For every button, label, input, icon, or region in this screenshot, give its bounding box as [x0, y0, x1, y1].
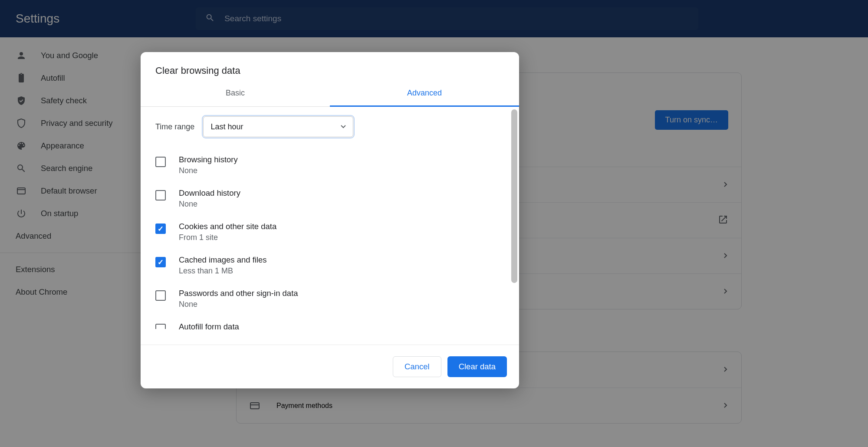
- time-range-select[interactable]: Last hour: [203, 116, 353, 137]
- checkbox-sublabel: None: [179, 200, 240, 209]
- checkbox-sublabel: Less than 1 MB: [179, 266, 267, 276]
- checkbox-row-browsing-history[interactable]: Browsing history None: [155, 148, 504, 182]
- tab-advanced[interactable]: Advanced: [330, 81, 519, 107]
- dialog-body: Time range Last hour Browsing history No…: [141, 107, 519, 345]
- dialog-title: Clear browsing data: [141, 52, 519, 81]
- checkbox-label: Passwords and other sign-in data: [179, 289, 298, 298]
- checkbox-row-cached-images[interactable]: Cached images and files Less than 1 MB: [155, 249, 504, 282]
- checkbox-sublabel: From 1 site: [179, 233, 276, 242]
- checkbox-row-autofill-form-data[interactable]: Autofill form data: [155, 316, 504, 338]
- checkbox-row-cookies[interactable]: Cookies and other site data From 1 site: [155, 215, 504, 249]
- time-range-label: Time range: [155, 122, 194, 131]
- checkbox-label: Cached images and files: [179, 255, 267, 265]
- scrollbar[interactable]: [511, 109, 517, 283]
- checkbox-label: Download history: [179, 188, 240, 198]
- checkbox[interactable]: [155, 224, 166, 234]
- checkbox-label: Autofill form data: [179, 322, 239, 332]
- checkbox-label: Browsing history: [179, 155, 238, 164]
- checkbox[interactable]: [155, 257, 166, 267]
- checkbox-sublabel: None: [179, 300, 298, 309]
- checkbox-sublabel: None: [179, 166, 238, 175]
- dialog-footer: Cancel Clear data: [141, 345, 519, 388]
- tab-basic[interactable]: Basic: [141, 81, 330, 106]
- checkbox[interactable]: [155, 324, 166, 329]
- checkbox-label: Cookies and other site data: [179, 222, 276, 231]
- checkbox[interactable]: [155, 190, 166, 200]
- cancel-button[interactable]: Cancel: [393, 356, 441, 377]
- clear-data-button[interactable]: Clear data: [447, 356, 507, 377]
- clear-browsing-data-dialog: Clear browsing data Basic Advanced Time …: [141, 52, 519, 388]
- checkbox-row-download-history[interactable]: Download history None: [155, 182, 504, 215]
- checkbox[interactable]: [155, 290, 166, 301]
- checkbox-row-passwords[interactable]: Passwords and other sign-in data None: [155, 282, 504, 316]
- dialog-tabs: Basic Advanced: [141, 81, 519, 107]
- checkbox[interactable]: [155, 157, 166, 167]
